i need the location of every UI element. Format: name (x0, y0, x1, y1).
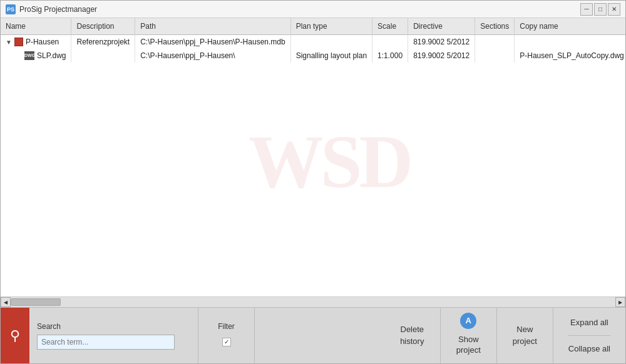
table-container[interactable]: WSD Name Description Path Plan type Scal… (1, 18, 625, 297)
project-name-cell: ▼ P-Hausen (1, 35, 71, 49)
col-sections: Sections (475, 18, 515, 35)
pin-icon: ⚲ (10, 328, 20, 344)
file-scale: 1:1.000 (372, 49, 408, 63)
scroll-left-button[interactable]: ◀ (1, 297, 11, 307)
collapse-all-button[interactable]: Collapse all (563, 341, 615, 356)
maximize-button[interactable]: □ (594, 3, 607, 16)
file-name: SLP.dwg (37, 51, 66, 60)
watermark: WSD (249, 118, 410, 205)
project-table: Name Description Path Plan type Scale Di… (1, 18, 625, 63)
search-section: Search (29, 308, 198, 363)
show-project-badge: A (460, 313, 476, 329)
window-title: ProSig Projectmanager (19, 5, 580, 14)
file-directive: 819.9002 5/2012 (408, 49, 475, 63)
project-scale (372, 35, 408, 49)
expand-collapse-section: Expand all Collapse all (553, 308, 625, 363)
file-copyname: P-Hausen_SLP_AutoCopy.dwg (515, 49, 625, 63)
col-directive: Directive (408, 18, 475, 35)
minimize-button[interactable]: ─ (580, 3, 593, 16)
spacer (255, 308, 384, 363)
table-row[interactable]: ▼ P-Hausen Referenzprojekt C:\P-Hausen\p… (1, 35, 625, 49)
project-directive: 819.9002 5/2012 (408, 35, 475, 49)
file-sections (475, 49, 515, 63)
col-path: Path (135, 18, 290, 35)
filter-checkbox[interactable]: ✓ (222, 338, 231, 346)
col-plantype: Plan type (290, 18, 372, 35)
col-copyname: Copy name (515, 18, 625, 35)
search-label: Search (37, 322, 61, 331)
expand-arrow-icon[interactable]: ▼ (6, 39, 12, 46)
delete-history-button[interactable]: Delete history (384, 308, 441, 363)
table-header-row: Name Description Path Plan type Scale Di… (1, 18, 625, 35)
window-controls: ─ □ ✕ (580, 3, 620, 16)
project-description: Referenzprojekt (71, 35, 135, 49)
table-row[interactable]: DWG SLP.dwg C:\P-Hausen\ppj_P-Hausen\ Si… (1, 49, 625, 63)
horizontal-scrollbar[interactable]: ◀ ▶ (1, 297, 625, 307)
col-description: Description (71, 18, 135, 35)
title-bar: PS ProSig Projectmanager ─ □ ✕ (1, 1, 625, 18)
expand-all-button[interactable]: Expand all (563, 315, 615, 330)
col-name: Name (1, 18, 71, 35)
expand-collapse-divider (568, 335, 610, 336)
project-name: P-Hausen (26, 38, 59, 46)
search-input[interactable] (37, 335, 175, 350)
filter-section: Filter ✓ (198, 308, 255, 363)
file-path: C:\P-Hausen\ppj_P-Hausen\ (135, 49, 290, 63)
file-description (71, 49, 135, 63)
main-window: PS ProSig Projectmanager ─ □ ✕ WSD Name … (0, 0, 626, 364)
dwg-icon: DWG (24, 51, 34, 60)
project-icon (14, 38, 23, 46)
project-path: C:\P-Hausen\ppj_P-Hausen\P-Hausen.mdb (135, 35, 290, 49)
file-name-cell: DWG SLP.dwg (1, 49, 71, 63)
main-content: WSD Name Description Path Plan type Scal… (1, 18, 625, 363)
side-panel: ⚲ (1, 308, 29, 363)
show-project-label: Show project (456, 335, 481, 356)
project-plantype (290, 35, 372, 49)
app-icon: PS (6, 4, 16, 14)
close-button[interactable]: ✕ (608, 3, 620, 16)
scrollbar-thumb[interactable] (11, 298, 61, 306)
project-sections (475, 35, 515, 49)
project-copyname (515, 35, 625, 49)
scroll-right-button[interactable]: ▶ (615, 297, 625, 307)
file-plantype: Signalling layout plan (290, 49, 372, 63)
filter-label: Filter (218, 322, 235, 331)
scrollbar-track[interactable] (11, 297, 615, 307)
new-project-button[interactable]: New project (497, 308, 553, 363)
show-project-button[interactable]: A Show project (441, 308, 497, 363)
col-scale: Scale (372, 18, 408, 35)
bottom-bar: ⚲ Search Filter ✓ Delete history (1, 307, 625, 363)
filter-checkbox-container: ✓ (217, 335, 236, 350)
